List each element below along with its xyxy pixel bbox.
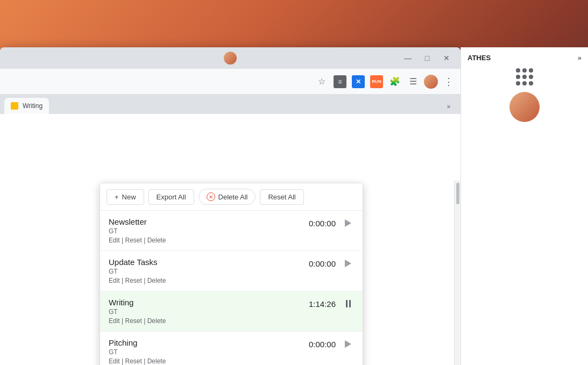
- ext-bars-button[interactable]: ≡: [334, 75, 346, 88]
- timer-actions-newsletter: Edit | Reset | Delete: [109, 237, 309, 244]
- plus-icon: +: [115, 193, 119, 201]
- reset-link-update-tasks[interactable]: Reset: [125, 277, 141, 284]
- browser-window: — □ ✕ ☆ ≡ ✕ RUN 🧩 ☰ ⋮ Writing »: [0, 47, 461, 365]
- dot4: [516, 75, 520, 79]
- title-bar: — □ ✕: [0, 47, 461, 69]
- tab-writing[interactable]: Writing: [4, 98, 49, 114]
- edit-link-pitching[interactable]: Edit: [109, 357, 120, 365]
- dot6: [529, 75, 533, 79]
- timer-tag-writing: GT: [109, 308, 309, 316]
- timer-item-left-update-tasks: Update Tasks GT Edit | Reset | Delete: [109, 257, 309, 284]
- timer-value-newsletter: 0:00:00: [309, 219, 336, 228]
- play-button-newsletter[interactable]: [342, 217, 354, 229]
- timer-tag-update-tasks: GT: [109, 268, 309, 275]
- timer-value-pitching: 0:00:00: [309, 340, 336, 349]
- tab-label: Writing: [23, 102, 42, 110]
- grid-dots-icon[interactable]: [516, 68, 533, 85]
- play-button-update-tasks[interactable]: [342, 257, 354, 269]
- timer-item-newsletter: Newsletter GT Edit | Reset | Delete 0:00…: [100, 211, 363, 251]
- reset-link-pitching[interactable]: Reset: [125, 357, 141, 365]
- timer-value-update-tasks: 0:00:00: [309, 259, 336, 268]
- right-panel-title: ATHES: [467, 54, 491, 62]
- ext-x-icon[interactable]: ✕: [351, 74, 366, 89]
- play-icon-newsletter: [345, 219, 351, 227]
- dot9: [529, 81, 533, 85]
- edit-link-writing[interactable]: Edit: [109, 317, 120, 325]
- more-tabs-button[interactable]: »: [441, 99, 456, 114]
- window-controls: — □ ✕: [400, 51, 454, 66]
- star-icon[interactable]: ☆: [314, 74, 329, 89]
- new-button[interactable]: + New: [107, 189, 144, 205]
- tab-bar: Writing »: [0, 95, 461, 114]
- delete-link-writing[interactable]: Delete: [147, 317, 166, 325]
- reset-all-button[interactable]: Reset All: [260, 189, 303, 205]
- timer-value-writing: 1:14:26: [309, 299, 336, 309]
- timer-title-pitching: Pitching: [109, 338, 309, 347]
- timer-actions-writing: Edit | Reset | Delete: [109, 317, 309, 325]
- timer-actions-pitching: Edit | Reset | Delete: [109, 357, 309, 365]
- timer-item-right-writing: 1:14:26: [309, 298, 354, 310]
- edit-link-update-tasks[interactable]: Edit: [109, 277, 120, 284]
- ext-list-icon[interactable]: ☰: [406, 74, 421, 89]
- scrollbar-thumb[interactable]: [456, 183, 459, 204]
- timer-title-update-tasks: Update Tasks: [109, 257, 309, 267]
- timer-tag-newsletter: GT: [109, 227, 309, 235]
- avatar-large[interactable]: [509, 92, 540, 122]
- scrollbar[interactable]: [454, 181, 461, 365]
- dot7: [516, 81, 520, 85]
- dot2: [522, 68, 527, 73]
- timer-item-left-writing: Writing GT Edit | Reset | Delete: [109, 298, 309, 325]
- dot8: [522, 81, 527, 85]
- browser-toolbar: ☆ ≡ ✕ RUN 🧩 ☰ ⋮: [0, 69, 461, 95]
- timer-title-newsletter: Newsletter: [109, 217, 309, 226]
- timer-list: Newsletter GT Edit | Reset | Delete 0:00…: [100, 211, 363, 365]
- delete-x-icon: ✕: [207, 192, 215, 201]
- ext-bars-icon[interactable]: ≡: [332, 74, 348, 89]
- popup-header: + New Export All ✕ Delete All Reset All: [100, 183, 363, 211]
- timer-actions-update-tasks: Edit | Reset | Delete: [109, 277, 309, 284]
- play-icon-update-tasks: [345, 260, 351, 267]
- reset-link-writing[interactable]: Reset: [125, 317, 141, 325]
- delete-link-newsletter[interactable]: Delete: [147, 237, 166, 244]
- extension-popup: + New Export All ✕ Delete All Reset All …: [100, 183, 363, 365]
- timer-item-pitching: Pitching GT Edit | Reset | Delete 0:00:0…: [100, 332, 363, 365]
- timer-item-update-tasks: Update Tasks GT Edit | Reset | Delete 0:…: [100, 251, 363, 291]
- dot5: [522, 75, 527, 79]
- timer-item-right-newsletter: 0:00:00: [309, 217, 354, 229]
- pause-button-writing[interactable]: [342, 298, 354, 310]
- right-panel: ATHES »: [461, 47, 588, 365]
- timer-tag-pitching: GT: [109, 348, 309, 356]
- delete-all-button[interactable]: ✕ Delete All: [199, 189, 256, 205]
- content-area: agram Writing M Google e a URL: [0, 114, 461, 365]
- ext-x-button[interactable]: ✕: [352, 75, 365, 88]
- pause-icon-writing: [346, 300, 351, 307]
- export-all-button[interactable]: Export All: [148, 189, 194, 205]
- more-arrow-icon[interactable]: »: [578, 54, 582, 62]
- minimize-button[interactable]: —: [400, 51, 415, 66]
- timer-item-writing: Writing GT Edit | Reset | Delete 1:14:26: [100, 291, 363, 332]
- new-button-label: New: [122, 193, 136, 201]
- right-panel-header: ATHES »: [461, 54, 588, 62]
- profile-picture[interactable]: [424, 75, 438, 89]
- maximize-button[interactable]: □: [420, 51, 435, 66]
- close-button[interactable]: ✕: [439, 51, 454, 66]
- dot1: [516, 68, 520, 73]
- ext-puzzle-icon[interactable]: 🧩: [387, 74, 402, 89]
- play-icon-pitching: [345, 340, 351, 348]
- timer-title-writing: Writing: [109, 298, 309, 307]
- play-button-pitching[interactable]: [342, 338, 354, 350]
- timer-item-right-pitching: 0:00:00: [309, 338, 354, 350]
- ext-run-button[interactable]: RUN: [370, 75, 383, 88]
- edit-link-newsletter[interactable]: Edit: [109, 237, 120, 244]
- timer-item-left-pitching: Pitching GT Edit | Reset | Delete: [109, 338, 309, 365]
- delete-link-pitching[interactable]: Delete: [147, 357, 166, 365]
- timer-item-right-update-tasks: 0:00:00: [309, 257, 354, 269]
- profile-circle-small: [224, 52, 237, 65]
- timer-item-left-newsletter: Newsletter GT Edit | Reset | Delete: [109, 217, 309, 244]
- reset-link-newsletter[interactable]: Reset: [125, 237, 141, 244]
- ext-run-icon[interactable]: RUN: [369, 74, 384, 89]
- dot3: [529, 68, 533, 73]
- browser-menu-icon[interactable]: ⋮: [441, 74, 456, 89]
- delete-link-update-tasks[interactable]: Delete: [147, 277, 166, 284]
- tab-favicon: [11, 102, 18, 110]
